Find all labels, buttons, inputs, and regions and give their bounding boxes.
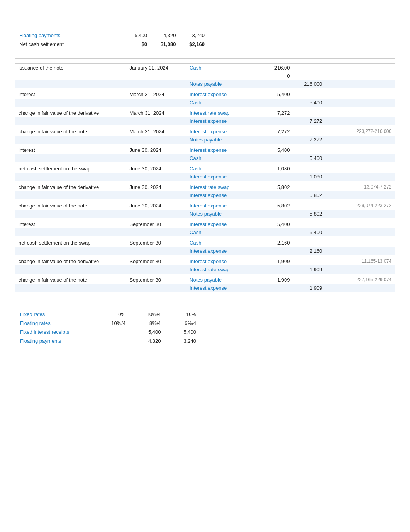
calc-row-jan bbox=[95, 328, 130, 337]
journal-table-row: change in fair value of the note June 30… bbox=[15, 202, 395, 210]
journal-debit bbox=[261, 191, 293, 199]
journal-table-row: interest March 31, 2024 Interest expense… bbox=[15, 90, 395, 99]
journal-date-empty bbox=[126, 80, 186, 88]
calc-row-mar: 8%/4 bbox=[130, 319, 165, 328]
journal-table-row: interest September 30 Interest expense 5… bbox=[15, 220, 395, 228]
journal-account: Interest expense bbox=[186, 127, 261, 136]
journal-date: September 30 bbox=[126, 239, 186, 247]
calc-col-jan2 bbox=[95, 307, 130, 310]
journal-debit bbox=[261, 136, 293, 144]
calc-table: Fixed rates 10% 10%/4 10% Floating rates… bbox=[15, 304, 201, 345]
calc-row-mar: 10%/4 bbox=[130, 310, 165, 319]
journal-credit bbox=[293, 257, 325, 265]
journal-description: change in fair value of the derivative bbox=[15, 257, 126, 265]
calc-col-label bbox=[15, 304, 95, 307]
calc-table-row: Fixed rates 10% 10%/4 10% bbox=[15, 310, 201, 319]
journal-credit bbox=[293, 220, 325, 228]
calc-row-jun: 6%/4 bbox=[166, 319, 201, 328]
journal-extra bbox=[325, 191, 395, 199]
journal-credit: 2,160 bbox=[293, 247, 325, 255]
journal-description: net cash settlement on the swap bbox=[15, 239, 126, 247]
journal-extra bbox=[325, 220, 395, 228]
journal-description-empty bbox=[15, 80, 126, 88]
journal-table-row: Notes payable 7,272 bbox=[15, 136, 395, 144]
journal-account: Interest expense bbox=[186, 191, 261, 199]
journal-date: June 30, 2024 bbox=[126, 183, 186, 191]
calc-row-jan bbox=[95, 337, 130, 345]
journal-extra: 229,074-223,272 bbox=[325, 202, 395, 210]
calc-table-row: Floating rates 10%/4 8%/4 6%/4 bbox=[15, 319, 201, 328]
journal-debit bbox=[261, 117, 293, 125]
top-row-jun: 3,240 bbox=[180, 31, 209, 40]
journal-debit: 5,802 bbox=[261, 183, 293, 191]
journal-date-empty bbox=[126, 191, 186, 199]
journal-table-row: net cash settlement on the swap Septembe… bbox=[15, 239, 395, 247]
journal-extra bbox=[325, 210, 395, 218]
journal-date-empty bbox=[126, 99, 186, 107]
journal-date-empty bbox=[126, 136, 186, 144]
journal-description: change in fair value of the note bbox=[15, 127, 126, 136]
journal-credit: 7,272 bbox=[293, 117, 325, 125]
journal-extra bbox=[325, 72, 395, 80]
journal-date-empty bbox=[126, 228, 186, 236]
journal-date-empty bbox=[126, 72, 186, 80]
journal-extra bbox=[325, 284, 395, 292]
journal-extra bbox=[325, 173, 395, 181]
journal-date: March 31, 2024 bbox=[126, 109, 186, 117]
top-row-jun: $2,160 bbox=[180, 40, 209, 49]
journal-credit bbox=[293, 90, 325, 99]
journal-debit: 5,802 bbox=[261, 202, 293, 210]
calc-row-jun: 3,240 bbox=[166, 337, 201, 345]
journal-account: Cash bbox=[186, 154, 261, 162]
journal-account: Interest expense bbox=[186, 173, 261, 181]
journal-credit bbox=[293, 127, 325, 136]
journal-table-row: Notes payable 5,802 bbox=[15, 210, 395, 218]
journal-account: Interest expense bbox=[186, 90, 261, 99]
journal-description-empty bbox=[15, 265, 126, 274]
journal-account: Interest expense bbox=[186, 284, 261, 292]
top-table-row: Net cash settlement $0 $1,080 $2,160 bbox=[15, 40, 208, 49]
journal-extra bbox=[325, 99, 395, 107]
journal-debit: 1,909 bbox=[261, 257, 293, 265]
journal-date-empty bbox=[126, 247, 186, 255]
journal-debit bbox=[261, 210, 293, 218]
calc-col-jun2 bbox=[166, 307, 201, 310]
journal-table-row: interest June 30, 2024 Interest expense … bbox=[15, 146, 395, 154]
journal-table-row: change in fair value of the derivative S… bbox=[15, 257, 395, 265]
top-row-label: Floating payments bbox=[15, 31, 122, 40]
journal-header-row bbox=[15, 58, 395, 64]
journal-table-row: issuance of the note January 01, 2024 Ca… bbox=[15, 64, 395, 72]
journal-account: Interest expense bbox=[186, 220, 261, 228]
journal-extra bbox=[325, 228, 395, 236]
top-table-row: Floating payments 5,400 4,320 3,240 bbox=[15, 31, 208, 40]
journal-table-row: Interest expense 1,909 bbox=[15, 284, 395, 292]
journal-debit: 7,272 bbox=[261, 109, 293, 117]
journal-credit: 5,802 bbox=[293, 191, 325, 199]
journal-extra bbox=[325, 80, 395, 88]
calc-table-row: Floating payments 4,320 3,240 bbox=[15, 337, 201, 345]
journal-credit bbox=[293, 72, 325, 80]
journal-debit: 2,160 bbox=[261, 239, 293, 247]
journal-table-row: 0 bbox=[15, 72, 395, 80]
journal-table-row: Interest rate swap 1,909 bbox=[15, 265, 395, 274]
journal-account: Interest expense bbox=[186, 257, 261, 265]
journal-debit bbox=[261, 80, 293, 88]
journal-extra bbox=[325, 90, 395, 99]
journal-debit: 216,00 bbox=[261, 64, 293, 72]
journal-date: September 30 bbox=[126, 276, 186, 284]
calc-row-jan: 10%/4 bbox=[95, 319, 130, 328]
calc-col-mar2 bbox=[130, 307, 165, 310]
journal-account: Interest rate swap bbox=[186, 183, 261, 191]
journal-date-empty bbox=[126, 173, 186, 181]
calc-section: Fixed rates 10% 10%/4 10% Floating rates… bbox=[15, 304, 395, 345]
journal-extra: 223,272-216,000 bbox=[325, 127, 395, 136]
journal-description-empty bbox=[15, 99, 126, 107]
journal-debit: 5,400 bbox=[261, 220, 293, 228]
journal-credit: 1,909 bbox=[293, 265, 325, 274]
journal-description-empty bbox=[15, 228, 126, 236]
journal-description-empty bbox=[15, 154, 126, 162]
journal-account: Cash bbox=[186, 165, 261, 173]
journal-extra bbox=[325, 154, 395, 162]
top-row-mar: 4,320 bbox=[151, 31, 180, 40]
journal-credit: 7,272 bbox=[293, 136, 325, 144]
